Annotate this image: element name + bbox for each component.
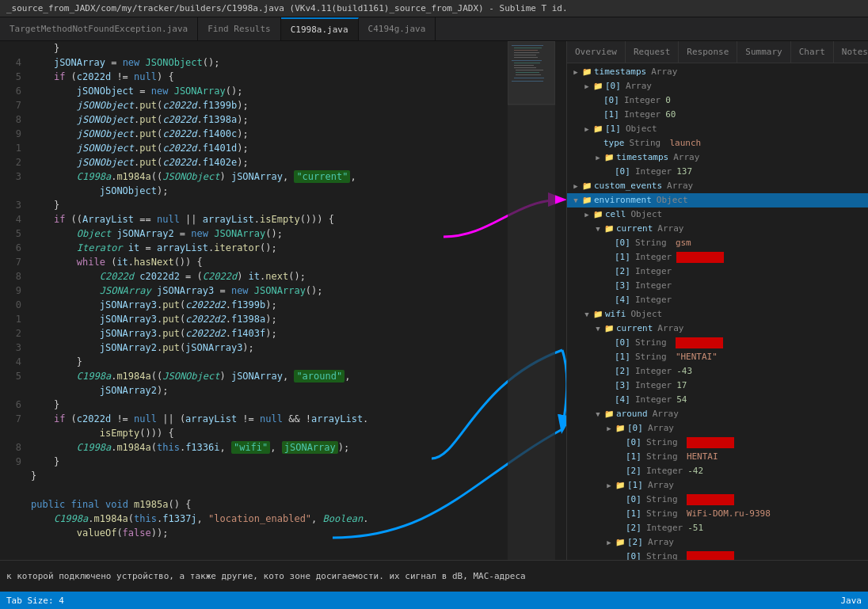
code-line: 0 jSONArray3.put(c2022d2.f1399b); [0,298,566,312]
main-content: } 4 jSONArray = new JSONObject(); 5 if (… [0,41,868,560]
tree-row[interactable]: ▶ 📁 [0] Array [567,79,868,93]
code-line: 5 if (c2022d != null) { [0,70,566,84]
code-line: 6 } [0,398,566,412]
code-line: 6 Iterator it = arrayList.iterator(); [0,241,566,255]
tab-notes[interactable]: Notes [834,41,868,63]
tree-row[interactable]: [1] String WiFi-DOM.ru-9398 [567,507,868,521]
code-line [0,483,566,497]
tree-row[interactable]: ▶ 📁 timestamps Array [567,150,868,165]
code-minimap [508,41,555,560]
tree-row[interactable]: [4] Integer [567,293,868,307]
tree-row[interactable]: [2] Integer -42 [567,464,868,478]
json-tree-view[interactable]: ▶ 📁 timestamps Array ▶ 📁 [0] Array [0] I… [567,63,868,560]
status-left: Tab Size: 4 [6,596,64,606]
tab-findresults[interactable]: Find Results [198,17,280,40]
title-text: _source_from_JADX/com/my/tracker/builder… [6,3,568,13]
code-line: 1 jSONArray3.put(c2022d2.f1398a); [0,312,566,326]
code-line: 9 jSONObject.put(c2022d.f1400c); [0,127,566,141]
tab-c4194g[interactable]: C4194g.java [359,17,436,40]
tree-row[interactable]: ▶ 📁 custom_events Array [567,179,868,193]
tab-request[interactable]: Request [626,41,679,63]
code-line: 7 if (c2022d != null || (arrayList != nu… [0,412,566,426]
tree-row[interactable]: ▶ 📁 [2] Array [567,535,868,550]
tree-row[interactable]: [0] String [567,436,868,450]
tree-row[interactable]: [0] String gsm [567,236,868,250]
tree-row[interactable]: ▶ 📁 [1] Array [567,478,868,493]
tree-row[interactable]: ▼ 📁 wifi Object [567,307,868,322]
code-line: 5 Object jSONArray2 = new JSONArray(); [0,226,566,241]
code-line: } [0,41,566,55]
code-line: 2 jSONObject.put(c2022d.f1402e); [0,155,566,169]
svg-rect-0 [508,41,555,560]
status-bar: Tab Size: 4 Java [0,592,868,609]
tree-row[interactable]: [0] Integer 137 [567,165,868,179]
tree-row[interactable]: ▼ 📁 around Array [567,407,868,421]
tree-row-environment[interactable]: ▼ 📁 environment Object [567,193,868,207]
tree-row[interactable]: [3] Integer [567,279,868,293]
code-line: 4 jSONArray = new JSONObject(); [0,55,566,70]
tab-chart[interactable]: Chart [791,41,834,63]
code-line: 9 } [0,455,566,469]
tree-row[interactable]: type String launch [567,136,868,150]
status-right: Java [841,596,862,606]
tab-overview[interactable]: Overview [567,41,626,63]
tree-row[interactable]: ▶ 📁 [1] Object [567,122,868,136]
code-line: 8 jSONObject.put(c2022d.f1398a); [0,112,566,127]
code-line: 8 C1998a.m1984a(this.f1336i, "wifi", jSO… [0,440,566,455]
tab-bar: TargetMethodNotFoundException.java Find … [0,17,868,41]
code-line: } [0,469,566,483]
code-line: 3 jSONArray2.put(jSONArray3); [0,341,566,355]
code-line: 1 jSONObject.put(c2022d.f1401d); [0,141,566,155]
right-panel: Overview Request Response Summary Chart … [566,41,868,560]
code-line: 3 C1998a.m1984a((JSONObject) jSONArray, … [0,169,566,184]
bottom-panel: к которой подключено устройство, а также… [0,560,868,592]
tab-targetmethod[interactable]: TargetMethodNotFoundException.java [0,17,198,40]
tree-row[interactable]: [0] String [567,493,868,507]
tree-row[interactable]: [1] String HENTAI [567,450,868,464]
code-line: 5 C1998a.m1984a((JSONObject) jSONArray, … [0,369,566,383]
code-editor[interactable]: } 4 jSONArray = new JSONObject(); 5 if (… [0,41,566,560]
code-line: 4 } [0,355,566,369]
code-line: public final void m1985a() { [0,497,566,512]
tab-c1998a[interactable]: C1998a.java [281,17,359,40]
code-line: 8 C2022d c2022d2 = (C2022d) it.next(); [0,269,566,284]
tree-row[interactable]: ▶ 📁 timestamps Array [567,65,868,79]
code-line: 3 } [0,198,566,212]
tree-row[interactable]: [2] Integer [567,265,868,279]
code-line: 9 JSONArray jSONArray3 = new JSONArray()… [0,284,566,298]
tree-row[interactable]: [2] Integer -51 [567,521,868,535]
bottom-text: к которой подключено устройство, а также… [6,571,526,581]
svg-rect-16 [508,41,555,105]
tree-row[interactable]: ▶ 📁 [0] Array [567,421,868,436]
code-line: 6 jSONObject = new JSONArray(); [0,84,566,98]
tab-summary[interactable]: Summary [737,41,790,63]
tree-row[interactable]: [4] Integer 54 [567,393,868,407]
tree-row[interactable]: [1] Integer [567,250,868,265]
tree-row[interactable]: ▼ 📁 current Array [567,222,868,236]
title-bar: _source_from_JADX/com/my/tracker/builder… [0,0,868,17]
right-panel-tabs: Overview Request Response Summary Chart … [567,41,868,63]
code-line: C1998a.m1984a(this.f1337j, "location_ena… [0,512,566,526]
tab-response[interactable]: Response [679,41,737,63]
tree-row[interactable]: [1] Integer 60 [567,108,868,122]
code-line: 2 jSONArray3.put(c2022d2.f1403f); [0,326,566,341]
code-panel: } 4 jSONArray = new JSONObject(); 5 if (… [0,41,566,560]
tree-row[interactable]: ▼ 📁 current Array [567,322,868,336]
tree-row[interactable]: ▶ 📁 cell Object [567,207,868,222]
code-line: isEmpty())) { [0,426,566,440]
tree-row[interactable]: [0] Integer 0 [567,93,868,108]
tree-row[interactable]: [0] String [567,550,868,560]
code-line: 7 while (it.hasNext()) { [0,255,566,269]
code-line: 4 if ((ArrayList == null || arrayList.is… [0,212,566,226]
tree-row[interactable]: [3] Integer 17 [567,379,868,393]
code-line: jSONArray2); [0,383,566,398]
code-line: 7 jSONObject.put(c2022d.f1399b); [0,98,566,112]
tree-row[interactable]: [0] String [567,336,868,350]
tree-row[interactable]: [2] Integer -43 [567,364,868,379]
code-line: jSONObject); [0,184,566,198]
code-line: valueOf(false)); [0,526,566,540]
tree-row[interactable]: [1] String "HENTAI" [567,350,868,364]
